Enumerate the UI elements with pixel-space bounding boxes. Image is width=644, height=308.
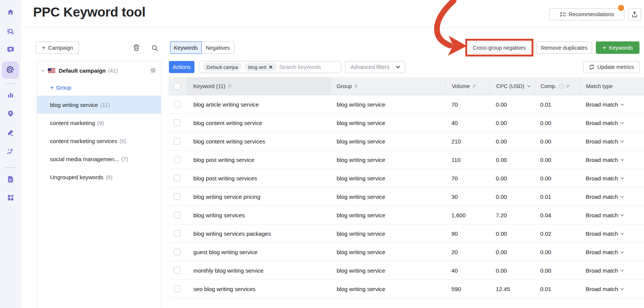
row-checkbox[interactable] [174,249,181,255]
advertising-icon[interactable] [0,63,21,78]
analytics-icon[interactable] [0,87,21,102]
keyword-header-label: Keyword (11) [193,83,225,89]
update-metrics-button[interactable]: Update metrics [583,61,639,73]
group-header-label: Group [337,83,352,89]
cell-comp: 0.00 [535,132,580,150]
match-type-dropdown[interactable]: Broad match [586,286,623,292]
group-name: content marketing [50,120,95,126]
remove-chip-icon[interactable]: ✕ [269,64,273,70]
group-name: blog writing service [50,102,98,108]
chevron-down-icon[interactable] [41,68,44,71]
cell-comp: 0.00 [535,243,580,261]
match-type-value: Broad match [586,138,618,145]
match-type-dropdown[interactable]: Broad match [586,212,623,218]
cell-match-type: Broad match [580,224,644,242]
match-type-dropdown[interactable]: Broad match [586,194,623,200]
header-cell-checkbox [169,77,186,95]
match-type-dropdown[interactable]: Broad match [586,267,623,274]
cross-group-negatives-label: Cross-group negatives [473,45,526,51]
campaign-row[interactable]: Default campaign (41) [37,61,161,79]
row-checkbox[interactable] [174,212,181,218]
row-checkbox[interactable] [174,101,181,108]
table-row: guest blog writing service blog writing … [169,243,644,261]
group-text: blog writing service [337,249,385,255]
cell-checkbox [169,132,186,150]
search-keywords-input[interactable] [279,64,341,70]
table-row: monthly blog writing service blog writin… [169,261,644,280]
group-text: blog writing service [337,120,385,126]
match-type-dropdown[interactable]: Broad match [586,249,623,255]
row-checkbox[interactable] [174,267,181,274]
row-checkbox[interactable] [174,193,181,200]
reports-icon[interactable] [0,172,21,187]
row-checkbox[interactable] [174,230,181,237]
recommendations-button[interactable]: Recommendations [549,8,624,20]
export-button[interactable] [628,8,641,20]
chevron-down-icon [621,287,624,290]
cpc-value: 0.00 [496,267,507,274]
match-type-dropdown[interactable]: Broad match [586,120,623,126]
match-type-value: Broad match [586,249,618,255]
tab-keywords[interactable]: Keywords [170,41,202,54]
group-item[interactable]: Ungrouped keywords (8) [37,168,161,186]
plus-icon: + [50,84,54,91]
select-all-checkbox[interactable] [174,83,181,90]
social-engagement-icon[interactable] [0,42,21,57]
home-icon[interactable] [0,5,21,20]
cpc-header-label: CPC (USD) [496,83,524,89]
row-checkbox[interactable] [174,175,181,181]
cell-keyword: blog writing services [186,206,331,224]
ppc-keyword-tool-app: PPC Keyword tool Recommendations + Campa… [0,0,644,308]
group-item[interactable]: social media managemen... (7) [37,150,161,168]
search-icon[interactable] [150,43,159,52]
add-keywords-button[interactable]: + Keywords [596,41,639,54]
match-type-value: Broad match [586,175,618,181]
add-group-button[interactable]: + Group [37,79,161,96]
match-type-dropdown[interactable]: Broad match [586,157,623,163]
group-item[interactable]: blog writing service (11) [37,96,161,114]
header-cell-cpc[interactable]: CPC (USD) [490,77,535,95]
comp-value: 0.00 [540,267,551,274]
remove-duplicates-button[interactable]: Remove duplicates [536,41,592,54]
keyword-text: blog content writing service [193,120,262,126]
filter-chip-campaign[interactable]: Default campa [203,63,242,71]
group-item[interactable]: content marketing (9) [37,114,161,132]
volume-value: 110 [451,157,460,163]
apps-grid-icon[interactable] [0,190,21,205]
header-cell-volume[interactable]: Volume [445,77,490,95]
advanced-filters-dropdown[interactable]: Advanced filters [345,61,405,73]
keyword-text: blog writing services packages [193,230,271,237]
cell-checkbox [169,206,186,224]
header-cell-comp[interactable]: Comp. i [535,77,580,95]
chevron-down-icon [621,250,624,253]
page-title: PPC Keyword tool [33,5,146,20]
match-type-dropdown[interactable]: Broad match [586,101,623,108]
actions-button[interactable]: Actions [169,61,194,73]
group-item[interactable]: content marketing services (6) [37,132,161,150]
match-type-dropdown[interactable]: Broad match [586,175,623,181]
cpc-value: 0.00 [496,157,507,163]
row-checkbox[interactable] [174,285,181,292]
keyword-search-input-wrap[interactable]: Default campa blog writ ✕ [199,61,341,73]
content-writing-icon[interactable] [0,125,21,140]
row-checkbox[interactable] [174,156,181,163]
trash-icon[interactable] [132,43,141,52]
header-cell-group[interactable]: Group [331,77,445,95]
match-type-dropdown[interactable]: Broad match [586,230,623,237]
ai-insights-icon[interactable] [0,144,21,159]
row-checkbox[interactable] [174,138,181,145]
match-type-dropdown[interactable]: Broad match [586,138,623,145]
keyword-research-icon[interactable] [0,24,21,39]
cross-group-negatives-button[interactable]: Cross-group negatives [469,42,530,53]
gear-icon[interactable] [150,67,156,73]
header-cell-keyword[interactable]: Keyword (11) [186,77,331,95]
tab-negatives[interactable]: Negatives [201,41,234,54]
row-checkbox[interactable] [174,119,181,126]
local-listing-icon[interactable] [0,106,21,121]
volume-value: 20 [451,249,458,255]
cell-keyword: guest blog writing service [186,243,331,261]
volume-value: 210 [451,138,461,145]
add-campaign-button[interactable]: + Campaign [36,41,79,54]
cell-group: blog writing service [331,151,445,169]
filter-chip-keyword[interactable]: blog writ ✕ [245,63,276,71]
